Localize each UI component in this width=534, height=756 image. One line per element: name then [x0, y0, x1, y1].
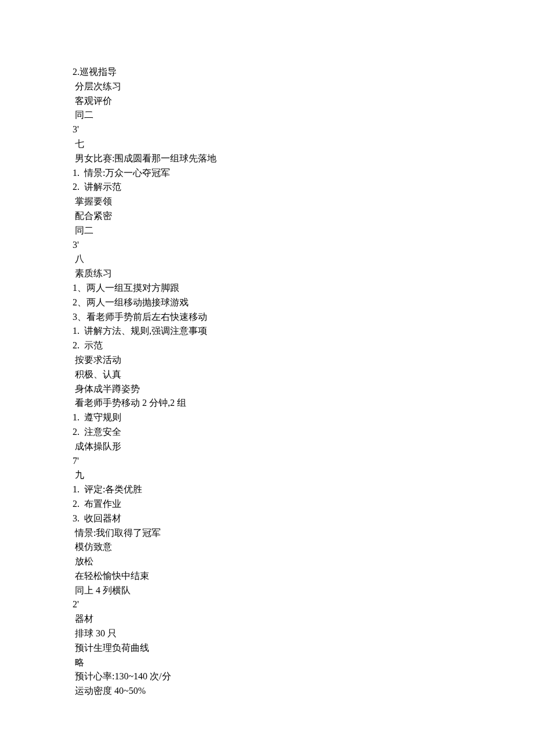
text-line: 同二 [73, 224, 479, 238]
text-line: 成体操队形 [73, 440, 479, 454]
text-line: 在轻松愉快中结束 [73, 569, 479, 584]
text-line: 预计生理负荷曲线 [73, 641, 479, 656]
text-line: 2' [73, 597, 479, 612]
text-line: 7' [73, 454, 479, 469]
text-line: 2.巡视指导 [73, 65, 479, 80]
text-line: 2、两人一组移动抛接球游戏 [73, 296, 479, 310]
text-line: 2. 讲解示范 [73, 180, 479, 195]
text-line: 运动密度 40~50% [73, 684, 479, 699]
text-line: 七 [73, 137, 479, 152]
text-line: 分层次练习 [73, 80, 479, 94]
text-line: 配合紧密 [73, 209, 479, 224]
text-line: 按要求活动 [73, 353, 479, 368]
text-line: 情景:我们取得了冠军 [73, 526, 479, 541]
text-line: 预计心率:130~140 次/分 [73, 669, 479, 684]
text-line: 3. 收回器材 [73, 512, 479, 526]
text-line: 身体成半蹲姿势 [73, 382, 479, 397]
text-line: 看老师手势移动 2 分钟,2 组 [73, 396, 479, 411]
text-line: 1. 情景:万众一心夺冠军 [73, 166, 479, 181]
text-line: 2. 注意安全 [73, 425, 479, 440]
text-line: 客观评价 [73, 94, 479, 109]
text-line: 器材 [73, 612, 479, 627]
text-line: 2. 布置作业 [73, 497, 479, 512]
text-line: 同上 4 列横队 [73, 584, 479, 598]
text-line: 男女比赛:围成圆看那一组球先落地 [73, 152, 479, 166]
text-line: 积极、认真 [73, 368, 479, 382]
text-line: 素质练习 [73, 267, 479, 281]
text-line: 1. 讲解方法、规则,强调注意事项 [73, 324, 479, 339]
text-line: 掌握要领 [73, 195, 479, 209]
text-line: 3' [73, 123, 479, 137]
text-line: 1. 遵守规则 [73, 411, 479, 425]
text-line: 九 [73, 468, 479, 483]
text-line: 八 [73, 252, 479, 267]
text-line: 1. 评定:各类优胜 [73, 483, 479, 497]
document-page: 2.巡视指导 分层次练习 客观评价 同二 3' 七 男女比赛:围成圆看那一组球先… [0, 0, 479, 699]
text-line: 模仿致意 [73, 540, 479, 555]
text-line: 1、两人一组互摸对方脚跟 [73, 281, 479, 296]
text-line: 3' [73, 238, 479, 253]
text-line: 2. 示范 [73, 339, 479, 353]
text-line: 同二 [73, 108, 479, 123]
text-line: 略 [73, 656, 479, 670]
text-line: 放松 [73, 555, 479, 569]
text-line: 3、看老师手势前后左右快速移动 [73, 310, 479, 325]
text-line: 排球 30 只 [73, 627, 479, 641]
